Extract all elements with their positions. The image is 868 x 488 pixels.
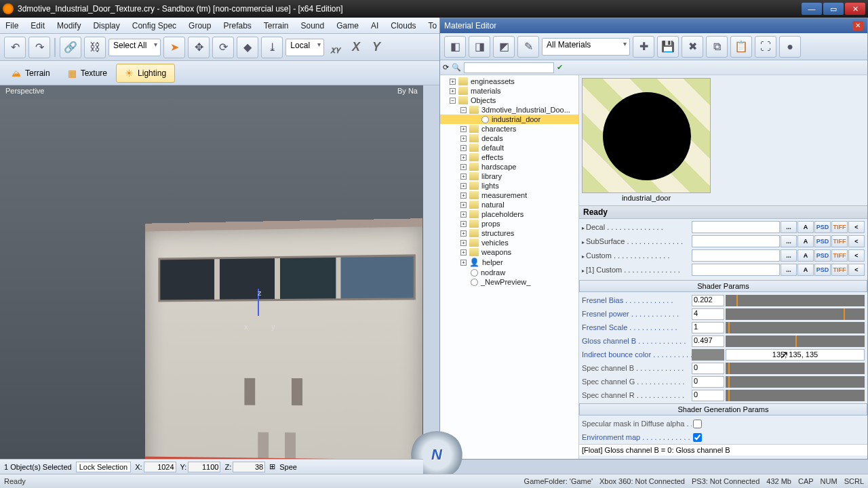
- param-slider[interactable]: [726, 336, 865, 347]
- paste-material-button[interactable]: 📋: [730, 36, 752, 58]
- gen-param-checkbox[interactable]: [693, 420, 702, 428]
- param-value[interactable]: 0.202: [692, 295, 724, 306]
- tree-node[interactable]: +effects: [440, 152, 578, 162]
- material-search-input[interactable]: [464, 62, 554, 73]
- tex-slot-field[interactable]: [692, 264, 780, 276]
- tree-node[interactable]: +default: [440, 143, 578, 152]
- minimize-button[interactable]: —: [802, 3, 822, 15]
- tree-node[interactable]: nodraw: [440, 268, 578, 277]
- menu-terrain[interactable]: Terrain: [264, 21, 289, 30]
- param-value[interactable]: 0: [692, 390, 724, 401]
- material-tree[interactable]: +engineassets+materials−Objects−3dmotive…: [440, 75, 579, 459]
- material-preview[interactable]: [582, 78, 711, 193]
- unlink-button[interactable]: ⛓: [84, 37, 106, 58]
- menu-display[interactable]: Display: [93, 21, 119, 30]
- tree-node[interactable]: +weapons: [440, 247, 578, 257]
- maximize-button[interactable]: ▭: [823, 3, 844, 15]
- viewport-name[interactable]: Perspective: [5, 87, 44, 98]
- link-button[interactable]: 🔗: [60, 37, 81, 58]
- alpha-button[interactable]: A: [797, 264, 814, 276]
- collapse-button[interactable]: <: [848, 221, 865, 233]
- psd-button[interactable]: PSD: [814, 221, 831, 233]
- browse-button[interactable]: ...: [781, 235, 797, 247]
- tree-node[interactable]: +👤helper: [440, 257, 578, 268]
- refresh-icon[interactable]: ⟳: [443, 63, 449, 72]
- alpha-button[interactable]: A: [797, 235, 814, 247]
- gen-param-checkbox[interactable]: [693, 433, 702, 442]
- param-slider[interactable]: [726, 308, 865, 320]
- rotate-tool[interactable]: ⟳: [212, 37, 234, 58]
- delete-material-button[interactable]: ✖: [682, 36, 703, 58]
- material-editor-close[interactable]: ✕: [852, 21, 863, 30]
- tiff-button[interactable]: TIFF: [831, 221, 848, 233]
- param-value[interactable]: 0: [692, 376, 724, 388]
- param-slider[interactable]: [726, 322, 865, 333]
- tree-node[interactable]: +hardscape: [440, 162, 578, 171]
- param-slider[interactable]: [726, 376, 865, 388]
- param-value[interactable]: 4: [692, 308, 724, 320]
- param-value[interactable]: 0.497: [692, 336, 724, 347]
- pos-x-input[interactable]: [144, 462, 176, 472]
- preview-shape-button[interactable]: ●: [779, 36, 801, 58]
- psd-button[interactable]: PSD: [814, 235, 831, 247]
- close-button[interactable]: ✕: [845, 3, 865, 15]
- tree-node[interactable]: +lights: [440, 181, 578, 190]
- pos-y-input[interactable]: [188, 462, 220, 472]
- move-tool[interactable]: ✥: [188, 37, 210, 58]
- lock-selection-button[interactable]: Lock Selection: [76, 462, 132, 472]
- material-filter-dropdown[interactable]: All Materials: [542, 38, 630, 56]
- menu-tools[interactable]: To: [429, 21, 437, 30]
- select-mode-dropdown[interactable]: Select All: [108, 39, 161, 56]
- tree-node[interactable]: +measurement: [440, 190, 578, 200]
- pick-material-button[interactable]: ✎: [517, 36, 539, 58]
- tree-node[interactable]: +placeholders: [440, 209, 578, 219]
- reset-material-button[interactable]: ◨: [469, 36, 490, 58]
- color-swatch[interactable]: [692, 349, 724, 361]
- collapse-button[interactable]: <: [848, 235, 865, 247]
- axis-x[interactable]: X: [347, 39, 365, 56]
- menu-game[interactable]: Game: [336, 21, 359, 30]
- axis-xy[interactable]: ᵪᵧ: [327, 39, 344, 56]
- tree-node[interactable]: +structures: [440, 228, 578, 238]
- pos-z-input[interactable]: [233, 462, 265, 472]
- material-editor-titlebar[interactable]: Material Editor ✕: [440, 18, 867, 33]
- tree-node[interactable]: −Objects: [440, 96, 578, 105]
- undo-button[interactable]: ↶: [4, 37, 26, 58]
- param-value[interactable]: 0: [692, 363, 724, 374]
- browse-button[interactable]: ...: [781, 249, 797, 262]
- viewport[interactable]: z x y: [0, 85, 423, 460]
- get-material-button[interactable]: ◩: [493, 36, 515, 58]
- psd-button[interactable]: PSD: [814, 264, 831, 276]
- tree-node[interactable]: +characters: [440, 124, 578, 134]
- param-slider[interactable]: [726, 390, 865, 401]
- tex-slot-field[interactable]: [692, 249, 780, 262]
- browse-button[interactable]: ...: [781, 264, 797, 276]
- param-slider[interactable]: [726, 295, 865, 306]
- tex-slot-field[interactable]: [692, 235, 780, 247]
- new-material-button[interactable]: ✚: [633, 36, 654, 58]
- menu-sound[interactable]: Sound: [301, 21, 325, 30]
- save-material-button[interactable]: 💾: [657, 36, 679, 58]
- menu-ai[interactable]: AI: [371, 21, 378, 30]
- menu-modify[interactable]: Modify: [57, 21, 81, 30]
- tree-node[interactable]: +library: [440, 171, 578, 181]
- menu-clouds[interactable]: Clouds: [391, 21, 416, 30]
- tree-node[interactable]: +props: [440, 219, 578, 228]
- tiff-button[interactable]: TIFF: [831, 235, 848, 247]
- redo-button[interactable]: ↷: [28, 37, 50, 58]
- search-icon[interactable]: 🔍: [452, 63, 461, 72]
- collapse-button[interactable]: <: [848, 264, 865, 276]
- tree-node[interactable]: +decals: [440, 134, 578, 143]
- tiff-button[interactable]: TIFF: [831, 264, 848, 276]
- color-value[interactable]: 135, 135, 135: [726, 349, 865, 361]
- scale-tool[interactable]: ◆: [237, 37, 258, 58]
- copy-material-button[interactable]: ⧉: [706, 36, 728, 58]
- alpha-button[interactable]: A: [797, 221, 814, 233]
- tree-node[interactable]: +engineassets: [440, 77, 578, 86]
- param-value[interactable]: 1: [692, 322, 724, 333]
- menu-edit[interactable]: Edit: [31, 21, 45, 30]
- grid-icon[interactable]: ⊞: [269, 462, 275, 471]
- alpha-button[interactable]: A: [797, 249, 814, 262]
- snap-tool[interactable]: ⤓: [261, 37, 283, 58]
- tree-node[interactable]: −3dmotive_Industrial_Doo...: [440, 105, 578, 115]
